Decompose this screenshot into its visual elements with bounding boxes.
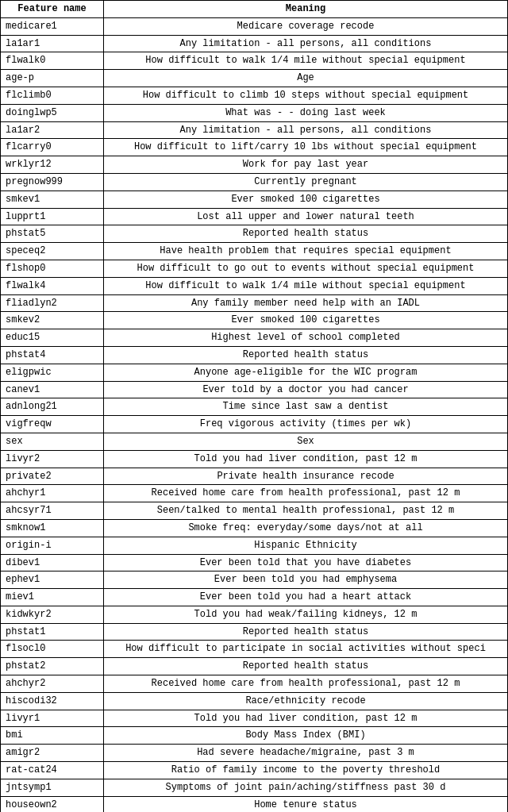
meaning-cell: Race/ethnicity recode <box>104 692 508 710</box>
feature-name-cell: educ15 <box>1 329 104 347</box>
feature-name-cell: rat-cat24 <box>1 762 104 779</box>
feature-name-cell: flclimb0 <box>1 87 104 104</box>
table-row: smkev2Ever smoked 100 cigarettes <box>1 312 508 329</box>
table-row: rat-cat24Ratio of family income to the p… <box>1 762 508 779</box>
table-row: flwalk0How difficult to walk 1/4 mile wi… <box>1 52 508 70</box>
meaning-cell: Received home care from health professio… <box>104 485 508 502</box>
meaning-cell: Any limitation - all persons, all condit… <box>104 35 508 52</box>
table-row: doinglwp5What was - - doing last week <box>1 104 508 121</box>
table-row: speceq2Have health problem that requires… <box>1 243 508 260</box>
table-row: fliadlyn2Any family member need help wit… <box>1 294 508 312</box>
table-row: phstat5Reported health status <box>1 225 508 243</box>
feature-name-cell: pregnow999 <box>1 173 104 190</box>
meaning-cell: Ever told by a doctor you had cancer <box>104 381 508 398</box>
feature-name-cell: origin-i <box>1 537 104 554</box>
feature-name-cell: flsocl0 <box>1 641 104 658</box>
feature-name-cell: private2 <box>1 468 104 485</box>
feature-name-cell: medicare1 <box>1 17 104 35</box>
table-row: origin-iHispanic Ethnicity <box>1 537 508 554</box>
table-row: ahchyr2Received home care from health pr… <box>1 675 508 693</box>
table-row: smknow1Smoke freq: everyday/some days/no… <box>1 519 508 537</box>
meaning-cell: Told you had weak/failing kidneys, 12 m <box>104 606 508 623</box>
table-row: vigfreqwFreq vigorous activity (times pe… <box>1 416 508 433</box>
feature-name-cell: flshop0 <box>1 260 104 277</box>
feature-name-cell: flwalk4 <box>1 277 104 294</box>
meaning-cell: Lost all upper and lower natural teeth <box>104 208 508 225</box>
meaning-cell: Work for pay last year <box>104 156 508 174</box>
feature-name-cell: flcarry0 <box>1 139 104 156</box>
meaning-cell: How difficult to lift/carry 10 lbs witho… <box>104 139 508 156</box>
table-row: kidwkyr2Told you had weak/failing kidney… <box>1 606 508 623</box>
table-row: phstat2Reported health status <box>1 658 508 675</box>
feature-name-cell: ahchyr1 <box>1 485 104 502</box>
table-row: flclimb0How difficult to climb 10 steps … <box>1 87 508 104</box>
table-row: bmiBody Mass Index (BMI) <box>1 727 508 745</box>
feature-name-cell: smkev2 <box>1 312 104 329</box>
feature-name-cell: ahcsyr71 <box>1 502 104 520</box>
feature-name-cell: phstat5 <box>1 225 104 243</box>
feature-name-cell: phstat4 <box>1 346 104 364</box>
feature-name-cell: ephev1 <box>1 571 104 589</box>
feature-table: Feature name Meaning medicare1Medicare c… <box>0 0 508 812</box>
meaning-cell: Had severe headache/migraine, past 3 m <box>104 745 508 762</box>
table-row: flshop0How difficult to go out to events… <box>1 260 508 277</box>
meaning-cell: Ever been told you had a heart attack <box>104 589 508 606</box>
meaning-cell: How difficult to participate in social a… <box>104 641 508 658</box>
meaning-cell: How difficult to walk 1/4 mile without s… <box>104 52 508 70</box>
feature-name-cell: sex <box>1 433 104 450</box>
meaning-cell: Ratio of family income to the poverty th… <box>104 762 508 779</box>
table-row: eligpwicAnyone age-eligible for the WIC … <box>1 364 508 381</box>
feature-name-cell: fliadlyn2 <box>1 294 104 312</box>
table-row: amigr2Had severe headache/migraine, past… <box>1 745 508 762</box>
table-row: phstat1Reported health status <box>1 623 508 641</box>
meaning-cell: Seen/talked to mental health professiona… <box>104 502 508 520</box>
table-row: ephev1Ever been told you had emphysema <box>1 571 508 589</box>
meaning-cell: Home tenure status <box>104 796 508 812</box>
feature-name-cell: la1ar2 <box>1 121 104 139</box>
feature-name-cell: canev1 <box>1 381 104 398</box>
meaning-cell: Any limitation - all persons, all condit… <box>104 121 508 139</box>
meaning-cell: Ever smoked 100 cigarettes <box>104 190 508 208</box>
table-row: smkev1Ever smoked 100 cigarettes <box>1 190 508 208</box>
table-row: flcarry0How difficult to lift/carry 10 l… <box>1 139 508 156</box>
table-row: educ15Highest level of school completed <box>1 329 508 347</box>
meaning-cell: Ever smoked 100 cigarettes <box>104 312 508 329</box>
table-row: dibev1Ever been told that you have diabe… <box>1 554 508 571</box>
table-row: flsocl0How difficult to participate in s… <box>1 641 508 658</box>
meaning-cell: Freq vigorous activity (times per wk) <box>104 416 508 433</box>
table-row: pregnow999Currently pregnant <box>1 173 508 190</box>
meaning-cell: Symptoms of joint pain/aching/stiffness … <box>104 779 508 796</box>
feature-name-cell: phstat2 <box>1 658 104 675</box>
feature-name-cell: smkev1 <box>1 190 104 208</box>
col-header-feature: Feature name <box>1 1 104 18</box>
table-row: age-pAge <box>1 70 508 87</box>
meaning-cell: Ever been told that you have diabetes <box>104 554 508 571</box>
feature-name-cell: kidwkyr2 <box>1 606 104 623</box>
table-row: jntsymp1Symptoms of joint pain/aching/st… <box>1 779 508 796</box>
table-row: ahchyr1Received home care from health pr… <box>1 485 508 502</box>
feature-name-cell: age-p <box>1 70 104 87</box>
meaning-cell: Hispanic Ethnicity <box>104 537 508 554</box>
feature-name-cell: dibev1 <box>1 554 104 571</box>
meaning-cell: How difficult to go out to events withou… <box>104 260 508 277</box>
col-header-meaning: Meaning <box>104 1 508 18</box>
meaning-cell: Medicare coverage recode <box>104 17 508 35</box>
meaning-cell: Told you had liver condition, past 12 m <box>104 710 508 727</box>
table-row: miev1Ever been told you had a heart atta… <box>1 589 508 606</box>
meaning-cell: Received home care from health professio… <box>104 675 508 693</box>
meaning-cell: Time since last saw a dentist <box>104 398 508 416</box>
meaning-cell: Sex <box>104 433 508 450</box>
table-row: medicare1Medicare coverage recode <box>1 17 508 35</box>
meaning-cell: Reported health status <box>104 623 508 641</box>
feature-name-cell: smknow1 <box>1 519 104 537</box>
table-row: wrklyr12Work for pay last year <box>1 156 508 174</box>
table-row: houseown2Home tenure status <box>1 796 508 812</box>
meaning-cell: Body Mass Index (BMI) <box>104 727 508 745</box>
feature-name-cell: lupprt1 <box>1 208 104 225</box>
table-row: livyr2Told you had liver condition, past… <box>1 450 508 468</box>
table-row: hiscodi32Race/ethnicity recode <box>1 692 508 710</box>
table-header-row: Feature name Meaning <box>1 1 508 18</box>
table-row: sexSex <box>1 433 508 450</box>
meaning-cell: Reported health status <box>104 225 508 243</box>
meaning-cell: Reported health status <box>104 658 508 675</box>
